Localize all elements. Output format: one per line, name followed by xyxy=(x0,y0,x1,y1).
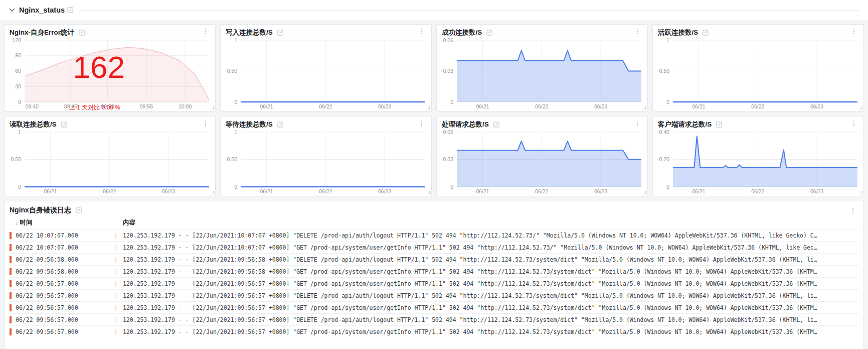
dashboard-body: Nginx-自身Error统计 ⋮ 162上 1 天对比 0.00 %03060… xyxy=(0,20,868,349)
log-separator: | xyxy=(113,328,119,335)
resize-handle[interactable] xyxy=(211,191,214,194)
resize-handle[interactable] xyxy=(643,106,646,109)
log-separator: | xyxy=(113,244,119,251)
svg-text:0.50: 0.50 xyxy=(11,156,22,162)
resize-handle[interactable] xyxy=(859,191,862,194)
panel-title[interactable]: Nginx-自身Error统计 xyxy=(10,28,85,37)
resize-handle[interactable] xyxy=(643,191,646,194)
log-separator: | xyxy=(113,280,119,287)
log-time: 06/22 09:56:57.000 xyxy=(16,328,109,335)
log-separator: | xyxy=(113,268,119,275)
panel-title[interactable]: 活跃连接数/S xyxy=(658,28,709,37)
svg-text:06/23: 06/23 xyxy=(594,103,607,109)
panel-menu-icon[interactable]: ⋮ xyxy=(416,120,427,126)
panel-menu-icon[interactable]: ⋮ xyxy=(848,120,859,126)
edit-icon[interactable] xyxy=(67,7,73,13)
log-row[interactable]: 06/22 09:56:57.000 | 120.253.192.179 - -… xyxy=(10,313,858,325)
resize-handle[interactable] xyxy=(859,106,862,109)
panel-title[interactable]: 写入连接总数/S xyxy=(226,28,283,37)
svg-text:10:00: 10:00 xyxy=(179,103,192,109)
log-level-bar xyxy=(10,316,12,323)
svg-text:06/22: 06/22 xyxy=(751,188,764,194)
svg-text:0.06: 0.06 xyxy=(443,129,454,135)
log-row[interactable]: 06/22 10:07:07.000 | 120.253.192.179 - -… xyxy=(10,241,858,253)
edit-icon[interactable] xyxy=(493,122,499,128)
edit-icon[interactable] xyxy=(277,122,283,128)
chart-area[interactable]: 00.50106/2106/2206/23 xyxy=(654,37,861,111)
edit-icon[interactable] xyxy=(703,30,709,36)
chart-area[interactable]: 00.50106/2106/2206/23 xyxy=(222,37,429,111)
column-header-time[interactable]: ↓时间 xyxy=(16,218,109,227)
log-content: 120.253.192.179 - - [22/Jun/2021:09:56:5… xyxy=(123,256,858,263)
chevron-down-icon[interactable] xyxy=(9,8,15,12)
panel-menu-icon[interactable]: ⋮ xyxy=(847,207,858,213)
log-row[interactable]: 06/22 09:56:58.000 | 120.253.192.179 - -… xyxy=(10,265,858,277)
edit-icon[interactable] xyxy=(61,122,67,128)
resize-handle[interactable] xyxy=(427,106,430,109)
edit-icon[interactable] xyxy=(716,122,722,128)
chart-panel: Nginx-自身Error统计 ⋮ 162上 1 天对比 0.00 %03060… xyxy=(4,24,216,111)
chart-area[interactable]: 162上 1 天对比 0.00 %030609012009:4009:4509:… xyxy=(6,37,213,111)
svg-text:0: 0 xyxy=(234,184,237,190)
svg-text:60: 60 xyxy=(15,68,21,74)
log-content: 120.253.192.179 - - [22/Jun/2021:09:56:5… xyxy=(123,268,858,275)
svg-text:0.50: 0.50 xyxy=(659,68,670,74)
svg-text:1: 1 xyxy=(234,129,237,135)
resize-handle[interactable] xyxy=(211,106,214,109)
panel-title[interactable]: 成功连接数/S xyxy=(442,28,492,37)
chart-area[interactable]: 00.030.0606/2106/2206/23 xyxy=(438,37,645,111)
log-row[interactable]: 06/22 09:56:57.000 | 120.253.192.179 - -… xyxy=(10,289,858,301)
chart-svg: 00.50106/2106/2206/23 xyxy=(654,37,861,110)
edit-icon[interactable] xyxy=(486,30,492,36)
log-row[interactable]: 06/22 09:56:57.000 | 120.253.192.179 - -… xyxy=(10,325,858,337)
panel-menu-icon[interactable]: ⋮ xyxy=(416,28,427,34)
svg-text:06/22: 06/22 xyxy=(319,103,332,109)
log-row[interactable]: 06/22 09:56:58.000 | 120.253.192.179 - -… xyxy=(10,253,858,265)
svg-text:0: 0 xyxy=(450,99,453,105)
svg-text:0.40: 0.40 xyxy=(659,129,670,135)
log-level-bar xyxy=(10,244,12,251)
svg-text:06/22: 06/22 xyxy=(103,188,116,194)
row-title[interactable]: Nginx_status xyxy=(19,6,65,14)
log-panel-title[interactable]: Nginx自身错误日志 xyxy=(10,206,82,215)
panel-title[interactable]: 客户端请求总数/S xyxy=(658,120,722,129)
chart-panel: 读取连接总数/S ⋮ 00.50106/2106/2206/23 xyxy=(4,116,216,196)
panel-title[interactable]: 处理请求总数/S xyxy=(442,120,499,129)
panel-menu-icon[interactable]: ⋮ xyxy=(200,120,211,126)
panel-title-text: 写入连接总数/S xyxy=(226,28,273,37)
panel-menu-icon[interactable]: ⋮ xyxy=(200,28,211,34)
svg-text:0: 0 xyxy=(18,184,21,190)
panel-title-text: Nginx-自身Error统计 xyxy=(10,28,74,37)
log-row[interactable]: 06/22 09:56:57.000 | 120.253.192.179 - -… xyxy=(10,277,858,289)
log-content: 120.253.192.179 - - [22/Jun/2021:09:56:5… xyxy=(123,280,858,287)
log-row[interactable]: 06/22 10:07:07.000 | 120.253.192.179 - -… xyxy=(10,229,858,241)
chart-area[interactable]: 00.50106/2106/2206/23 xyxy=(222,129,429,196)
svg-text:06/22: 06/22 xyxy=(535,188,548,194)
svg-text:09:55: 09:55 xyxy=(140,103,153,109)
comparison-text: 上 1 天对比 0.00 % xyxy=(69,103,120,111)
chart-area[interactable]: 00.50106/2106/2206/23 xyxy=(6,129,213,196)
panel-menu-icon[interactable]: ⋮ xyxy=(632,120,643,126)
chart-area[interactable]: 00.030.0606/2106/2206/23 xyxy=(438,129,645,196)
log-separator: | xyxy=(113,316,119,323)
svg-text:1: 1 xyxy=(18,129,21,135)
svg-text:06/23: 06/23 xyxy=(378,188,391,194)
log-content: 120.253.192.179 - - [22/Jun/2021:09:56:5… xyxy=(123,292,858,299)
panel-title[interactable]: 等待连接总数/S xyxy=(226,120,283,129)
svg-text:06/21: 06/21 xyxy=(260,188,273,194)
svg-text:0.50: 0.50 xyxy=(227,68,238,74)
log-row[interactable]: 06/22 09:56:57.000 | 120.253.192.179 - -… xyxy=(10,301,858,313)
chart-panel: 活跃连接数/S ⋮ 00.50106/2106/2206/23 xyxy=(652,24,864,111)
chart-area[interactable]: 00.200.4006/2106/2206/23 xyxy=(654,129,861,196)
edit-icon[interactable] xyxy=(79,30,85,36)
log-time: 06/22 09:56:58.000 xyxy=(16,256,109,263)
panel-title[interactable]: 读取连接总数/S xyxy=(10,120,67,129)
panel-menu-icon[interactable]: ⋮ xyxy=(632,28,643,34)
panel-menu-icon[interactable]: ⋮ xyxy=(848,28,859,34)
log-panel-title-text: Nginx自身错误日志 xyxy=(10,206,71,215)
sort-descending-icon[interactable]: ↓ xyxy=(16,219,19,225)
chart-panel: 等待连接总数/S ⋮ 00.50106/2106/2206/23 xyxy=(220,116,432,196)
edit-icon[interactable] xyxy=(76,207,82,213)
resize-handle[interactable] xyxy=(427,191,430,194)
edit-icon[interactable] xyxy=(277,30,283,36)
